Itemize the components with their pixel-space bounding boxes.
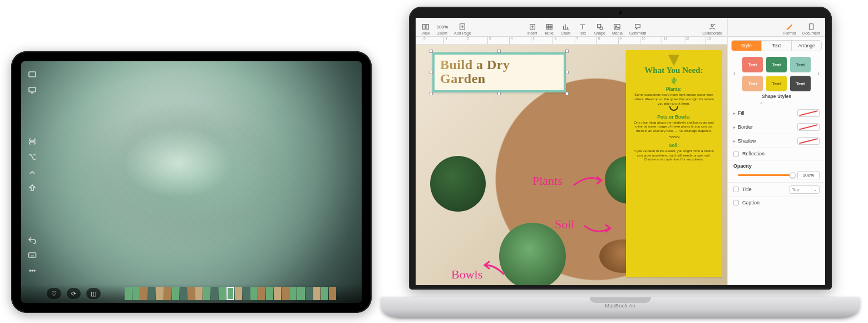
shift-icon[interactable]: [21, 180, 43, 196]
opacity-slider[interactable]: [738, 174, 793, 176]
tab-style[interactable]: Style: [732, 41, 761, 51]
svg-rect-0: [29, 72, 36, 77]
svg-point-3: [29, 270, 31, 271]
format-button[interactable]: Format: [782, 23, 797, 35]
info-plants-text: Some succulents need more light and/or w…: [633, 92, 715, 105]
add-page-button[interactable]: Add Page: [452, 23, 473, 35]
border-label: Border: [738, 124, 753, 130]
comment-button[interactable]: Comment: [628, 23, 648, 35]
more-icon[interactable]: [21, 263, 43, 278]
view-button[interactable]: View: [419, 23, 432, 35]
inspector-tabs[interactable]: Style Text Arrange: [731, 40, 822, 51]
rotate-button[interactable]: ⟳: [67, 288, 81, 299]
media-button[interactable]: Media: [610, 23, 624, 35]
horizontal-ruler[interactable]: 0 1 2 3 4 5 6 7 8 9 10 11 12 13: [416, 37, 727, 45]
sidecar-sidebar: [21, 61, 43, 284]
info-heading: What You Need:: [630, 66, 717, 75]
shadow-label: Shadow: [738, 138, 756, 144]
svg-point-5: [34, 270, 35, 271]
fill-swatch[interactable]: [797, 109, 820, 117]
opacity-label: Opacity: [733, 163, 820, 169]
display-icon[interactable]: [21, 82, 43, 98]
shadow-swatch[interactable]: [797, 137, 820, 145]
title-row[interactable]: Title Top⌄: [728, 182, 825, 197]
macbook-base: MacBook Air: [381, 297, 860, 319]
tab-text[interactable]: Text: [761, 41, 791, 51]
ipad-screen: ♡ ⟳ ◫: [21, 61, 362, 303]
border-swatch[interactable]: [797, 123, 820, 131]
bowl-icon: [669, 106, 678, 111]
pages-toolbar: View 100% Zoom Add Page Insert Table Cha…: [416, 18, 727, 37]
title-text[interactable]: Build a Dry Garden: [440, 58, 558, 86]
svg-rect-6: [423, 25, 425, 30]
border-row[interactable]: ▸Border: [728, 120, 825, 134]
camera-dot: [619, 11, 622, 14]
disclosure-icon[interactable]: ▸: [733, 125, 736, 130]
reflection-label: Reflection: [742, 151, 765, 156]
style-swatch[interactable]: Text: [766, 57, 787, 72]
caption-checkbox[interactable]: [733, 200, 739, 205]
fill-label: Fill: [738, 110, 744, 116]
fill-row[interactable]: ▸Fill: [728, 106, 825, 120]
style-swatch[interactable]: Text: [742, 76, 763, 91]
text-button[interactable]: Text: [576, 23, 589, 35]
chevron-right-icon[interactable]: ›: [815, 68, 822, 79]
chart-button[interactable]: Chart: [559, 23, 573, 35]
ipad-device: ♡ ⟳ ◫: [11, 51, 372, 313]
info-soil-text: If you've been in the desert, you might …: [633, 149, 715, 161]
chevron-left-icon[interactable]: ‹: [731, 68, 738, 79]
disclosure-icon[interactable]: ▸: [733, 139, 736, 144]
annotation-soil[interactable]: Soil: [555, 217, 574, 232]
soil-icon: ~~~~: [630, 134, 717, 140]
zoom-menu[interactable]: 100% Zoom: [436, 23, 449, 35]
insert-button[interactable]: Insert: [526, 23, 539, 35]
style-swatch[interactable]: Text: [766, 76, 787, 91]
reflection-checkbox[interactable]: [733, 151, 739, 157]
undo-icon[interactable]: [21, 232, 43, 247]
tab-arrange[interactable]: Arrange: [791, 41, 821, 51]
option-icon[interactable]: [21, 149, 43, 165]
crop-button[interactable]: ◫: [86, 288, 101, 299]
style-swatch[interactable]: Text: [790, 76, 811, 91]
info-card[interactable]: ▼ What You Need: 🌵 Plants: Some succulen…: [626, 50, 722, 277]
svg-rect-7: [426, 25, 428, 30]
title-label: Title: [742, 187, 752, 192]
reflection-row[interactable]: Reflection: [728, 148, 825, 160]
annotation-plants[interactable]: Plants: [532, 174, 563, 188]
document-canvas[interactable]: Build a Dry Garden Plants Soil Bowls: [416, 45, 727, 285]
style-swatch[interactable]: Text: [742, 57, 763, 72]
svg-point-15: [711, 24, 713, 26]
style-swatch[interactable]: Text: [790, 57, 811, 72]
arrow-down-icon: ▼: [630, 53, 717, 65]
favorite-button[interactable]: ♡: [47, 288, 61, 299]
svg-point-4: [32, 270, 33, 271]
collaborate-button[interactable]: Collaborate: [701, 23, 724, 35]
shadow-row[interactable]: ▸Shadow: [728, 134, 825, 148]
svg-point-12: [600, 27, 603, 30]
control-icon[interactable]: [21, 165, 43, 180]
info-pots-heading: Pots or Bowls:: [630, 114, 717, 120]
caption-row[interactable]: Caption: [728, 197, 825, 209]
command-icon[interactable]: [21, 134, 43, 149]
pages-window: View 100% Zoom Add Page Insert Table Cha…: [416, 18, 825, 285]
info-soil-heading: Soil:: [630, 143, 717, 148]
photos-touchbar: ♡ ⟳ ◫: [21, 284, 362, 303]
keyboard-icon[interactable]: [21, 247, 43, 263]
title-checkbox[interactable]: [733, 187, 739, 192]
svg-rect-16: [810, 24, 813, 30]
table-button[interactable]: Table: [542, 23, 556, 35]
shape-button[interactable]: Shape: [593, 23, 607, 35]
photo-filmstrip[interactable]: [125, 287, 336, 300]
svg-rect-1: [29, 87, 36, 92]
title-position-dropdown[interactable]: Top⌄: [790, 185, 820, 194]
shape-styles-label: Shape Styles: [728, 94, 825, 99]
photo-succulent: [21, 61, 362, 303]
opacity-value[interactable]: 100%: [797, 171, 820, 179]
opacity-row: Opacity 100%: [728, 160, 825, 182]
fullscreen-icon[interactable]: [21, 67, 43, 82]
title-text-box[interactable]: Build a Dry Garden: [432, 52, 566, 92]
annotation-bowls[interactable]: Bowls: [451, 267, 482, 282]
document-button[interactable]: Document: [801, 23, 822, 35]
disclosure-icon[interactable]: ▸: [733, 111, 736, 116]
svg-rect-2: [29, 253, 36, 257]
